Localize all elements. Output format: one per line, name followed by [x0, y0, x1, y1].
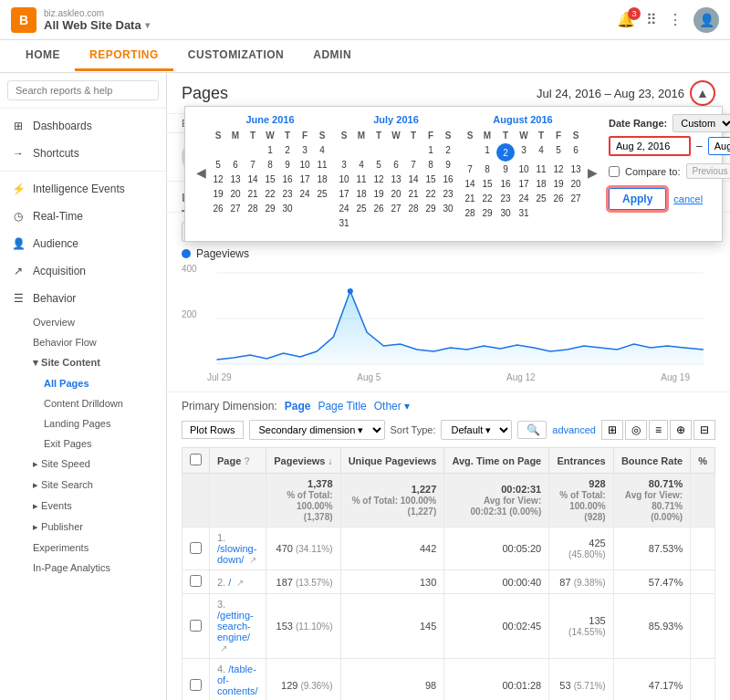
end-date-input[interactable]: [708, 137, 730, 155]
june-day-1[interactable]: 1: [262, 143, 278, 157]
site-info: biz.askleo.com All Web Site Data ▾: [44, 8, 150, 32]
table-row: 4. /table-of-contents/ ↗ 129 (9.36%) 98 …: [182, 659, 715, 701]
dim-other-link[interactable]: Other ▾: [374, 400, 410, 413]
sidebar-item-audience[interactable]: 👤 Audience: [0, 230, 166, 257]
more-icon[interactable]: ⋮: [668, 11, 683, 28]
compare-label: Compare to:: [625, 166, 681, 177]
row-3-checkbox[interactable]: [190, 620, 202, 632]
help-icon: ?: [244, 455, 250, 466]
col-entrances[interactable]: Entrances: [549, 448, 613, 474]
main-layout: ⊞ Dashboards → Shortcuts ⚡ Intelligence …: [0, 73, 730, 700]
row-3-page-link[interactable]: /getting-search-engine/: [217, 610, 254, 643]
cancel-link[interactable]: cancel: [673, 193, 703, 204]
search-input[interactable]: [7, 80, 159, 100]
august-title: August 2016: [462, 114, 584, 125]
dim-page-title-link[interactable]: Page Title: [318, 400, 366, 413]
pivot-view-button[interactable]: ⊕: [670, 420, 692, 440]
x-label-jul29: Jul 29: [207, 372, 232, 382]
date-range-toggle-button[interactable]: ▲: [690, 80, 715, 106]
sidebar-item-exit-pages[interactable]: Exit Pages: [36, 434, 166, 454]
grid-view-button[interactable]: ⊞: [601, 420, 623, 440]
bar-view-button[interactable]: ≡: [649, 420, 668, 440]
sparkline-view-button[interactable]: ⊟: [694, 420, 715, 440]
search-box: 🔍: [517, 421, 547, 439]
sidebar-item-site-speed[interactable]: ▸ Site Speed: [26, 454, 166, 475]
top-bar: B biz.askleo.com All Web Site Data ▾ 🔔 3…: [0, 0, 730, 40]
sidebar-item-acquisition[interactable]: ↗ Acquisition: [0, 257, 166, 285]
june-day-3[interactable]: 3: [297, 143, 313, 157]
grid-icon: ⊞: [11, 119, 26, 133]
sidebar-item-publisher[interactable]: ▸ Publisher: [26, 517, 166, 538]
date-range-right: Date Range: Custom – Compare to: Previou…: [609, 114, 730, 210]
cal-next-button[interactable]: ▶: [584, 165, 601, 180]
tab-admin[interactable]: ADMIN: [298, 41, 366, 71]
sidebar-item-all-pages[interactable]: All Pages: [36, 373, 166, 393]
sidebar-item-dashboards[interactable]: ⊞ Dashboards: [0, 112, 166, 140]
sidebar-item-experiments[interactable]: Experiments: [26, 538, 166, 558]
compare-row: Compare to: Previous period ↑: [609, 163, 730, 179]
june-day-4[interactable]: 4: [314, 143, 330, 157]
select-all-checkbox[interactable]: [190, 454, 202, 465]
aug-day-2-selected[interactable]: 2: [496, 143, 515, 162]
sidebar-item-site-content[interactable]: ▾ Site Content: [26, 352, 166, 373]
pie-view-button[interactable]: ◎: [625, 420, 647, 440]
row-2-checkbox[interactable]: [190, 575, 202, 587]
chart-legend: Pageviews: [182, 247, 715, 260]
sort-type-select[interactable]: Default ▾: [441, 420, 512, 440]
table-row: 1. /slowing-down/ ↗ 470 (34.11%) 442 00:…: [182, 528, 715, 570]
row-2-page-link[interactable]: /: [228, 577, 231, 588]
apply-button[interactable]: Apply: [609, 188, 666, 210]
dropdown-arrow-icon: ▾: [145, 20, 150, 30]
apps-icon[interactable]: ⠿: [646, 11, 657, 28]
table-row: 3. /getting-search-engine/ ↗ 153 (11.10%…: [182, 594, 715, 659]
advanced-link[interactable]: advanced: [552, 424, 596, 435]
x-label-aug5: Aug 5: [357, 372, 381, 382]
table-row: 2. / ↗ 187 (13.57%) 130 00:00:40 87 (9.3: [182, 570, 715, 594]
tab-customization[interactable]: CUSTOMIZATION: [173, 41, 298, 71]
sidebar-item-site-search[interactable]: ▸ Site Search: [26, 475, 166, 496]
sidebar-item-shortcuts[interactable]: → Shortcuts: [0, 140, 166, 167]
primary-dim-label: Primary Dimension:: [182, 400, 277, 413]
sidebar-item-content-drilldown[interactable]: Content Drilldown: [36, 393, 166, 413]
total-bounce: 80.71% Avg for View: 80.71% (0.00%): [613, 474, 691, 528]
july-title: July 2016: [336, 114, 456, 125]
sidebar-item-behavior[interactable]: ☰ Behavior: [0, 285, 166, 312]
range-type-select[interactable]: Custom: [673, 114, 730, 132]
notification-button[interactable]: 🔔 3: [617, 11, 635, 28]
total-avg-time: 00:02:31 Avg for View: 00:02:31 (0.00%): [444, 474, 549, 528]
col-bounce[interactable]: Bounce Rate: [613, 448, 691, 474]
sidebar-item-intelligence[interactable]: ⚡ Intelligence Events: [0, 175, 166, 203]
sidebar-item-realtime[interactable]: ◷ Real-Time: [0, 203, 166, 230]
site-name[interactable]: All Web Site Data ▾: [44, 18, 150, 32]
sidebar-item-behavior-flow[interactable]: Behavior Flow: [26, 332, 166, 352]
col-checkbox: [182, 448, 210, 474]
secondary-dim-select[interactable]: Secondary dimension ▾: [249, 420, 385, 440]
sidebar-item-in-page[interactable]: In-Page Analytics: [26, 558, 166, 578]
sidebar-item-overview[interactable]: Overview: [26, 312, 166, 332]
prev-period-button[interactable]: Previous period ↑: [686, 163, 730, 179]
june-grid: SMTWTFS 1234 567891011 12131415161718 19…: [210, 129, 330, 215]
row-1-checkbox[interactable]: [190, 542, 202, 554]
ext-link-icon-2: ↗: [236, 578, 244, 588]
dim-page-link[interactable]: Page: [285, 400, 311, 413]
col-avg-time[interactable]: Avg. Time on Page: [444, 448, 549, 474]
avatar[interactable]: 👤: [694, 7, 719, 33]
col-pageviews[interactable]: Pageviews ↓: [266, 448, 340, 474]
sidebar-label-acquisition: Acquisition: [33, 265, 86, 277]
tab-reporting[interactable]: REPORTING: [75, 41, 173, 71]
plot-rows-button[interactable]: Plot Rows: [182, 421, 244, 439]
col-unique-pv[interactable]: Unique Pageviews: [340, 448, 444, 474]
sidebar-item-landing-pages[interactable]: Landing Pages: [36, 413, 166, 434]
june-day-2[interactable]: 2: [279, 143, 296, 157]
cal-prev-button[interactable]: ◀: [193, 165, 210, 180]
compare-checkbox[interactable]: [609, 166, 620, 177]
start-date-input[interactable]: [609, 136, 691, 156]
sidebar-item-events[interactable]: ▸ Events: [26, 496, 166, 517]
total-unique-pv: 1,227 % of Total: 100.00% (1,227): [340, 474, 444, 528]
row-4-checkbox[interactable]: [190, 679, 202, 691]
notification-badge: 3: [628, 7, 641, 20]
tab-home[interactable]: HOME: [11, 41, 75, 71]
sidebar-label-realtime: Real-Time: [33, 210, 83, 223]
search-icon: 🔍: [527, 423, 540, 436]
sidebar-separator-1: [0, 171, 166, 172]
